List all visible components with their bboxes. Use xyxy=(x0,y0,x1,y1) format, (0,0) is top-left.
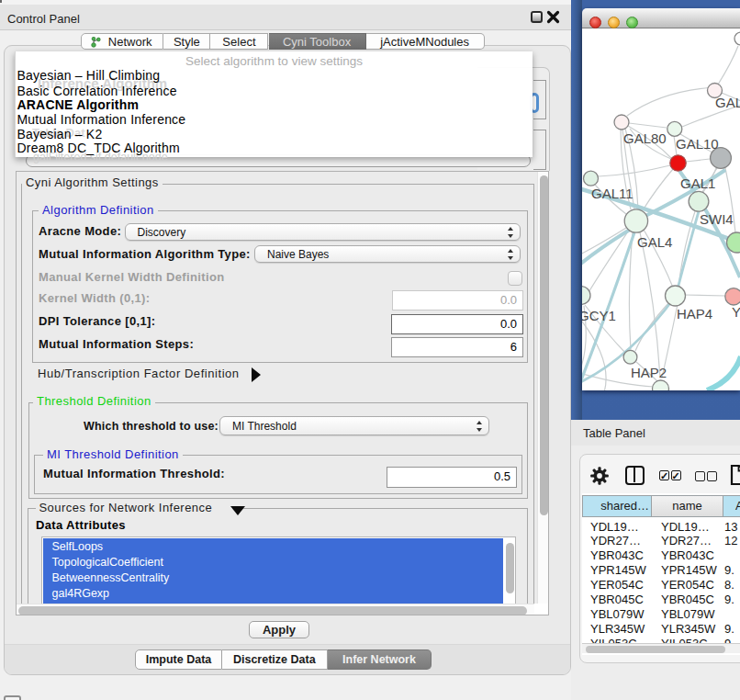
svg-text:GAL1: GAL1 xyxy=(680,175,715,191)
svg-text:GAL10: GAL10 xyxy=(676,136,719,152)
svg-text:GCY1: GCY1 xyxy=(582,308,616,323)
svg-text:HAP2: HAP2 xyxy=(631,365,667,380)
svg-text:GAL4: GAL4 xyxy=(637,234,672,250)
svg-text:Y: Y xyxy=(732,304,740,320)
svg-text:GAL11: GAL11 xyxy=(591,186,633,201)
svg-text:GAL80: GAL80 xyxy=(623,130,667,146)
svg-text:SWI4: SWI4 xyxy=(700,211,734,227)
svg-text:GAL7: GAL7 xyxy=(715,95,740,110)
svg-text:HAP4: HAP4 xyxy=(677,306,712,322)
